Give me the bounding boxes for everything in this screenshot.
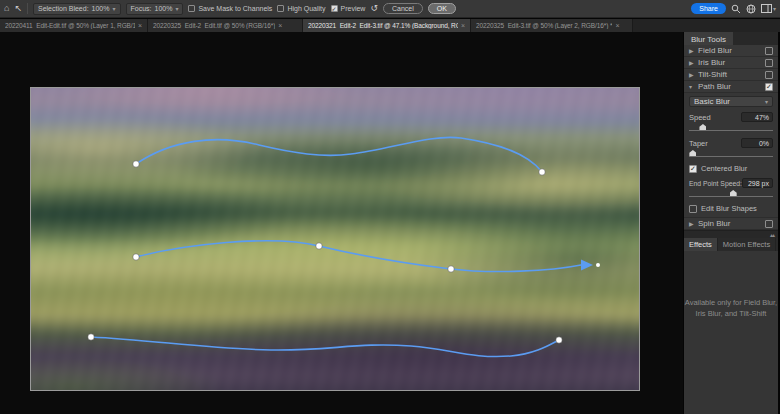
top-blur-path[interactable] <box>136 137 542 172</box>
document-tab-3-active[interactable]: 20220321_Edit-2_Edit-3.tif @ 47.1% (Back… <box>303 19 471 32</box>
field-blur-checkbox[interactable] <box>765 47 773 55</box>
document-tab-title: 20220321_Edit-2_Edit-3.tif @ 47.1% (Back… <box>308 22 458 29</box>
chevron-down-icon: ▾ <box>773 5 776 12</box>
chevron-down-icon: ▾ <box>175 5 178 12</box>
blur-path-arrow-icon[interactable] <box>581 260 593 271</box>
blur-tools-panel-tab[interactable]: Blur Tools <box>684 32 733 45</box>
tilt-shift-row[interactable]: ▶ Tilt-Shift <box>684 69 778 81</box>
edit-blur-shapes-checkbox[interactable]: Edit Blur Shapes <box>689 204 773 213</box>
blur-type-value: Basic Blur <box>694 97 730 106</box>
options-bar: ⌂ ↖ Selection Bleed: 100% ▾ Focus: 100% … <box>0 0 780 18</box>
speed-slider[interactable] <box>689 124 773 133</box>
preview-checkbox[interactable]: ✓ Preview <box>331 5 366 12</box>
close-icon[interactable]: × <box>461 22 465 29</box>
blur-paths-overlay[interactable] <box>31 88 640 391</box>
end-point-speed-field[interactable]: 298 px <box>742 178 773 188</box>
toolbar-divider <box>27 3 28 14</box>
end-point-speed-label: End Point Speed: <box>689 180 742 187</box>
blur-path-point[interactable] <box>133 161 139 167</box>
taper-label: Taper <box>689 139 708 148</box>
speed-label: Speed <box>689 113 711 122</box>
selection-bleed-dropdown[interactable]: Selection Bleed: 100% ▾ <box>33 3 121 15</box>
close-icon[interactable]: × <box>138 22 142 29</box>
chevron-right-icon: ▶ <box>689 220 695 227</box>
panel-tab-strip: Blur Tools <box>684 32 778 45</box>
document-tab-2[interactable]: 20220325_Edit-2_Edit.tif @ 50% (RGB/16*)… <box>148 19 303 32</box>
tab-bar-filler <box>633 19 780 32</box>
path-blur-row[interactable]: ▾ Path Blur ✓ <box>684 81 778 93</box>
high-quality-label: High Quality <box>287 5 325 12</box>
focus-label: Focus: <box>131 5 152 12</box>
tab-noise[interactable]: Noise <box>776 238 780 251</box>
effects-panel-body: Available only for Field Blur, Iris Blur… <box>684 251 778 414</box>
chevron-right-icon: ▶ <box>689 47 695 54</box>
blur-path-end-dot[interactable] <box>596 263 600 267</box>
share-button[interactable]: Share <box>691 3 726 14</box>
focus-value: 100% <box>155 5 173 12</box>
document-tab-title: 20220325_Edit-2_Edit.tif @ 50% (RGB/16*) <box>153 22 275 29</box>
selection-bleed-label: Selection Bleed: <box>38 5 89 12</box>
path-blur-settings: Basic Blur ▾ Speed 47% Taper 0% ✓ Cent <box>684 93 778 218</box>
close-icon[interactable]: × <box>615 22 619 29</box>
document-tabs: 20220411_Edit-Edit.tif @ 50% (Layer 1, R… <box>0 19 780 32</box>
close-icon[interactable]: × <box>278 22 282 29</box>
chevron-down-icon: ▾ <box>689 83 695 90</box>
document-canvas[interactable] <box>30 87 640 391</box>
spin-blur-checkbox[interactable] <box>765 220 773 228</box>
bottom-blur-path[interactable] <box>91 337 559 357</box>
document-tab-4[interactable]: 20220325_Edit-3.tif @ 50% (Layer 2, RGB/… <box>471 19 633 32</box>
tilt-shift-checkbox[interactable] <box>765 71 773 79</box>
taper-slider[interactable] <box>689 150 773 159</box>
workspace-icon[interactable]: ▾ <box>761 4 776 13</box>
end-point-speed-row: End Point Speed: 298 px <box>689 178 773 188</box>
path-blur-label: Path Blur <box>698 82 762 91</box>
tab-effects[interactable]: Effects <box>684 238 718 251</box>
blur-path-point[interactable] <box>448 266 454 272</box>
remove-all-blur-icon[interactable]: ↺ <box>370 4 378 13</box>
blur-tools-panel: Blur Tools ▶ Field Blur ▶ Iris Blur ▶ Ti… <box>684 32 778 414</box>
tab-motion-effects[interactable]: Motion Effects <box>718 238 776 251</box>
ok-button[interactable]: OK <box>428 3 456 14</box>
taper-param-row: Taper 0% <box>689 138 773 148</box>
iris-blur-row[interactable]: ▶ Iris Blur <box>684 57 778 69</box>
save-mask-checkbox[interactable]: Save Mask to Channels <box>188 5 272 12</box>
blur-type-dropdown[interactable]: Basic Blur ▾ <box>689 96 773 107</box>
end-point-speed-slider[interactable] <box>689 190 773 199</box>
focus-dropdown[interactable]: Focus: 100% ▾ <box>126 3 184 15</box>
blur-tool-icon[interactable]: ↖ <box>14 4 22 13</box>
tilt-shift-label: Tilt-Shift <box>698 70 762 79</box>
effects-panel-header: ▴▴ <box>684 230 778 238</box>
centered-blur-checkbox[interactable]: ✓ Centered Blur <box>689 164 773 173</box>
middle-blur-path[interactable] <box>136 241 581 272</box>
chevron-right-icon: ▶ <box>689 59 695 66</box>
search-icon[interactable] <box>731 4 741 14</box>
blur-path-point[interactable] <box>316 243 322 249</box>
slider-track <box>689 196 773 197</box>
path-blur-checkbox[interactable]: ✓ <box>765 83 773 91</box>
chevron-right-icon: ▶ <box>689 71 695 78</box>
slider-track <box>689 130 773 131</box>
blur-path-point[interactable] <box>88 334 94 340</box>
high-quality-checkbox[interactable]: High Quality <box>277 5 325 12</box>
field-blur-row[interactable]: ▶ Field Blur <box>684 45 778 57</box>
taper-value-field[interactable]: 0% <box>741 138 773 148</box>
collapse-panel-icon[interactable]: ▴▴ <box>770 231 774 238</box>
checkbox-checked-icon: ✓ <box>331 5 338 12</box>
iris-blur-checkbox[interactable] <box>765 59 773 67</box>
blur-path-point[interactable] <box>556 337 562 343</box>
preview-label: Preview <box>341 5 366 12</box>
spin-blur-row[interactable]: ▶ Spin Blur <box>684 218 778 230</box>
home-icon[interactable]: ⌂ <box>4 4 9 13</box>
document-tab-1[interactable]: 20220411_Edit-Edit.tif @ 50% (Layer 1, R… <box>0 19 148 32</box>
blur-path-point[interactable] <box>133 254 139 260</box>
checkbox-icon <box>277 5 284 12</box>
speed-value-field[interactable]: 47% <box>741 112 773 122</box>
cancel-button[interactable]: Cancel <box>383 3 423 14</box>
help-icon[interactable] <box>746 4 756 14</box>
photoshop-blur-gallery: ⌂ ↖ Selection Bleed: 100% ▾ Focus: 100% … <box>0 0 780 414</box>
document-tab-title: 20220325_Edit-3.tif @ 50% (Layer 2, RGB/… <box>476 22 612 29</box>
canvas-workspace <box>0 32 683 414</box>
document-tab-title: 20220411_Edit-Edit.tif @ 50% (Layer 1, R… <box>5 22 135 29</box>
blur-path-point[interactable] <box>539 169 545 175</box>
effects-unavailable-message: Available only for Field Blur, Iris Blur… <box>685 297 777 320</box>
